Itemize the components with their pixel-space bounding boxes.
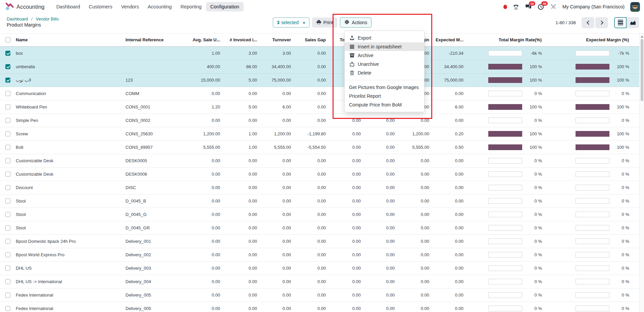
table-row[interactable]: umberalla400.0086.0034,400.000.000.000.0… <box>0 60 644 73</box>
table-row[interactable]: Customizable DeskDESK00050.000.000.000.0… <box>0 154 644 167</box>
table-row[interactable]: StoolD_0045_B0.000.000.000.000.000.000.0… <box>0 194 644 208</box>
row-checkbox[interactable] <box>0 114 15 127</box>
nav-item-accounting[interactable]: Accounting <box>143 2 176 11</box>
row-checkbox[interactable] <box>0 221 15 234</box>
clear-selection-icon[interactable]: × <box>303 20 305 25</box>
row-checkbox[interactable] <box>0 73 15 87</box>
cell-turnover: 1,200.00 <box>258 127 292 140</box>
row-checkbox[interactable] <box>0 127 15 140</box>
cell-turnover: 0.00 <box>258 181 292 194</box>
table-row[interactable]: Whiteboard PenCONS_00011.205.006.000.000… <box>0 100 644 114</box>
row-checkbox[interactable] <box>0 60 15 73</box>
row-checkbox[interactable] <box>0 288 15 302</box>
column-header-total_margin_rate[interactable]: Total Margin Rate(%) <box>464 34 542 46</box>
row-checkbox[interactable] <box>0 154 15 167</box>
print-button[interactable]: Print <box>312 17 338 28</box>
tools-icon[interactable] <box>550 3 557 10</box>
table-row[interactable]: StoolD_0045_G0.000.000.000.000.000.000.0… <box>0 208 644 221</box>
row-checkbox[interactable] <box>0 167 15 181</box>
column-header-name[interactable]: Name <box>15 34 125 46</box>
row-checkbox[interactable] <box>0 208 15 221</box>
table-row[interactable]: box1.003.003.000.000.000.00-180.00-210.3… <box>0 46 644 60</box>
table-row[interactable]: Fedex InternationalDelivery_0050.000.000… <box>0 288 644 302</box>
breadcrumb-dashboard[interactable]: Dashboard <box>7 16 28 21</box>
row-checkbox[interactable] <box>0 275 15 288</box>
row-checkbox[interactable] <box>0 234 15 248</box>
table-row[interactable]: DiscountDISC0.000.000.000.000.000.000.00… <box>0 181 644 194</box>
pager-next-button[interactable] <box>595 17 608 28</box>
menu-item-get-pictures-from-google-images[interactable]: Get Pictures from Google Images <box>345 83 424 92</box>
vertical-scrollbar[interactable] <box>639 34 644 312</box>
progress-label: 0 % <box>613 293 629 298</box>
menu-item-insert-in-spreadsheet[interactable]: Insert in spreadsheet <box>345 42 424 51</box>
cell-invoiced: 0.00 <box>221 208 258 221</box>
actions-button[interactable]: Actions <box>340 17 371 28</box>
row-checkbox[interactable] <box>0 261 15 275</box>
nav-item-configuration[interactable]: Configuration <box>206 2 244 11</box>
column-header-ref[interactable]: Internal Reference <box>125 34 175 46</box>
scrollbar-up-arrow[interactable] <box>641 36 643 38</box>
row-checkbox[interactable] <box>0 194 15 208</box>
table-row[interactable]: ScrewCONS_256301,200.001.001,200.00-1,19… <box>0 127 644 140</box>
app-switcher[interactable]: Accounting <box>5 2 45 11</box>
nav-item-reporting[interactable]: Reporting <box>176 2 206 11</box>
cell-sales_gap: 0.00 <box>292 248 327 261</box>
row-checkbox[interactable] <box>0 181 15 194</box>
table-row[interactable]: لاب توب12315,000.005.0075,000.000.000.00… <box>0 73 644 87</box>
activities-clock-icon[interactable]: 49 <box>538 3 544 10</box>
pager-previous-button[interactable] <box>582 17 594 28</box>
breadcrumb-vendor-bills[interactable]: Vendor Bills <box>36 16 59 21</box>
column-header-sales_gap[interactable]: Sales Gap <box>292 34 327 46</box>
nav-item-dashboard[interactable]: Dashboard <box>52 2 85 11</box>
voip-phone-icon[interactable] <box>513 3 519 10</box>
scrollbar-thumb[interactable] <box>641 39 643 101</box>
cell-ref: Delivery_002 <box>125 248 175 261</box>
cell-ref: Delivery_005 <box>125 288 175 302</box>
column-header-invoiced[interactable]: # Invoiced i... <box>221 34 258 46</box>
menu-item-export[interactable]: Export <box>345 34 424 42</box>
row-checkbox[interactable] <box>0 302 15 312</box>
table-row[interactable]: Fedex InternationalDelivery_0050.000.000… <box>0 302 644 312</box>
nav-item-vendors[interactable]: Vendors <box>117 2 143 11</box>
table-row[interactable]: StoolD_0045_GR0.000.000.000.000.000.000.… <box>0 221 644 234</box>
cell-expected_margin_rate: 100 % <box>542 60 630 73</box>
chevron-right-icon <box>599 20 603 25</box>
messages-icon[interactable]: 10 <box>525 3 532 10</box>
column-header-expected_margin[interactable]: Expected M... <box>430 34 464 46</box>
row-checkbox[interactable] <box>0 100 15 114</box>
nav-item-customers[interactable]: Customers <box>85 2 117 11</box>
table-row[interactable]: Simple PenCONS_00020.000.000.000.000.000… <box>0 114 644 127</box>
table-row[interactable]: BoltCONS_899575,555.001.005,555.00-5,554… <box>0 140 644 154</box>
menu-item-compute-price-from-bom[interactable]: Compute Price from BoM <box>345 100 424 109</box>
row-checkbox[interactable] <box>0 87 15 100</box>
table-row[interactable]: Customizable DeskDESK00060.000.000.000.0… <box>0 167 644 181</box>
menu-item-delete[interactable]: Delete <box>345 69 424 77</box>
cell-avg_sale: 0.00 <box>175 87 221 100</box>
menu-item-label: Export <box>358 35 371 41</box>
graph-view-button[interactable] <box>627 17 639 28</box>
list-view-button[interactable] <box>614 17 627 28</box>
user-avatar[interactable] <box>630 2 640 12</box>
menu-item-archive[interactable]: Archive <box>345 51 424 60</box>
progress-bar <box>488 64 522 70</box>
table-row[interactable]: CommunicationCOMM0.000.000.000.000.000.0… <box>0 87 644 100</box>
table-row[interactable]: DHL US -> InternationalDelivery_0040.000… <box>0 275 644 288</box>
pager-range[interactable]: 1-80 / 336 <box>555 20 576 25</box>
cell-total_margin_rate: 0 % <box>464 154 542 167</box>
row-checkbox[interactable] <box>0 46 15 60</box>
table-row[interactable]: Bpost World Express ProDelivery_0020.000… <box>0 248 644 261</box>
column-header-turnover[interactable]: Turnover <box>258 34 292 46</box>
menu-item-pricelist-report[interactable]: Pricelist Report <box>345 92 424 100</box>
progress-label: 100 % <box>526 145 542 150</box>
select-all-checkbox[interactable] <box>0 34 15 46</box>
menu-item-unarchive[interactable]: Unarchive <box>345 60 424 69</box>
selected-count-chip[interactable]: 3 selected × <box>273 17 309 28</box>
progress-label: 0 % <box>526 212 542 217</box>
table-row[interactable]: DHL USDelivery_0030.000.000.000.000.000.… <box>0 261 644 275</box>
company-name[interactable]: My Company (San Francisco) <box>562 4 625 9</box>
row-checkbox[interactable] <box>0 140 15 154</box>
column-header-avg_sale[interactable]: Avg. Sale U... <box>175 34 221 46</box>
column-header-expected_margin_rate[interactable]: Expected Margin (%) <box>542 34 630 46</box>
row-checkbox[interactable] <box>0 248 15 261</box>
table-row[interactable]: Bpost Domestic bpack 24h ProDelivery_001… <box>0 234 644 248</box>
